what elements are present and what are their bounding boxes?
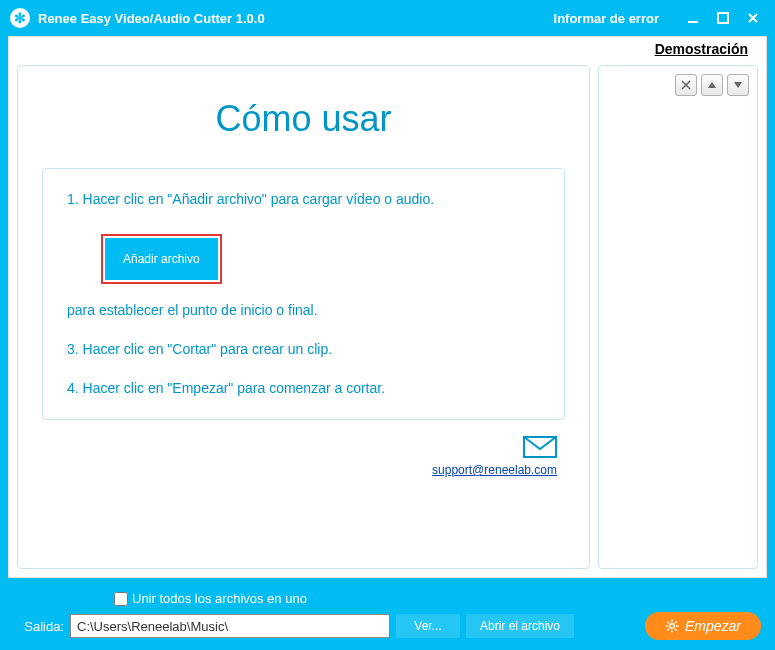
instructions-box: 1. Hacer clic en "Añadir archivo" para c… xyxy=(42,168,565,420)
svg-marker-8 xyxy=(734,82,742,88)
maximize-button[interactable] xyxy=(711,6,735,30)
file-list-panel xyxy=(598,65,758,569)
minimize-button[interactable] xyxy=(681,6,705,30)
svg-line-16 xyxy=(675,621,677,623)
output-row: Salida: Ver... Abrir el archivo Empezar xyxy=(14,612,761,640)
browse-button[interactable]: Ver... xyxy=(396,614,460,638)
merge-row: Unir todos los archivos en uno xyxy=(114,591,761,606)
support-block: support@reneelab.com xyxy=(42,436,565,477)
svg-marker-7 xyxy=(708,82,716,88)
demo-link[interactable]: Demostración xyxy=(655,41,748,57)
support-email-link[interactable]: support@reneelab.com xyxy=(42,463,557,477)
output-path-input[interactable] xyxy=(70,614,390,638)
move-down-button[interactable] xyxy=(727,74,749,96)
add-file-highlight: Añadir archivo xyxy=(101,234,222,284)
main-area: Demostración Cómo usar 1. Hacer clic en … xyxy=(8,36,767,578)
envelope-icon xyxy=(523,446,557,461)
start-button[interactable]: Empezar xyxy=(645,612,761,640)
app-logo-icon: ✻ xyxy=(10,8,30,28)
app-title: Renee Easy Video/Audio Cutter 1.0.0 xyxy=(38,11,554,26)
bottombar: Unir todos los archivos en uno Salida: V… xyxy=(0,578,775,650)
merge-checkbox[interactable] xyxy=(114,592,128,606)
merge-label: Unir todos los archivos en uno xyxy=(132,591,307,606)
svg-line-17 xyxy=(667,629,669,631)
svg-rect-1 xyxy=(718,13,728,23)
instructions-panel: Cómo usar 1. Hacer clic en "Añadir archi… xyxy=(17,65,590,569)
gear-icon xyxy=(665,619,679,633)
output-label: Salida: xyxy=(14,619,64,634)
panel-controls xyxy=(607,74,749,96)
howto-title: Cómo usar xyxy=(42,98,565,140)
titlebar: ✻ Renee Easy Video/Audio Cutter 1.0.0 In… xyxy=(0,0,775,36)
step-1-text: 1. Hacer clic en "Añadir archivo" para c… xyxy=(67,189,540,210)
open-file-button[interactable]: Abrir el archivo xyxy=(466,614,574,638)
remove-item-button[interactable] xyxy=(675,74,697,96)
top-link-bar: Demostración xyxy=(9,37,766,61)
close-button[interactable] xyxy=(741,6,765,30)
move-up-button[interactable] xyxy=(701,74,723,96)
report-error-link[interactable]: Informar de error xyxy=(554,11,659,26)
svg-point-9 xyxy=(670,624,674,628)
step-4-text: 4. Hacer clic en "Empezar" para comenzar… xyxy=(67,378,540,399)
svg-line-14 xyxy=(667,621,669,623)
step-2-tail-text: para establecer el punto de inicio o fin… xyxy=(67,300,540,321)
step-3-text: 3. Hacer clic en "Cortar" para crear un … xyxy=(67,339,540,360)
add-file-button[interactable]: Añadir archivo xyxy=(105,238,218,280)
svg-line-15 xyxy=(675,629,677,631)
panels-container: Cómo usar 1. Hacer clic en "Añadir archi… xyxy=(9,61,766,577)
start-button-label: Empezar xyxy=(685,618,741,634)
